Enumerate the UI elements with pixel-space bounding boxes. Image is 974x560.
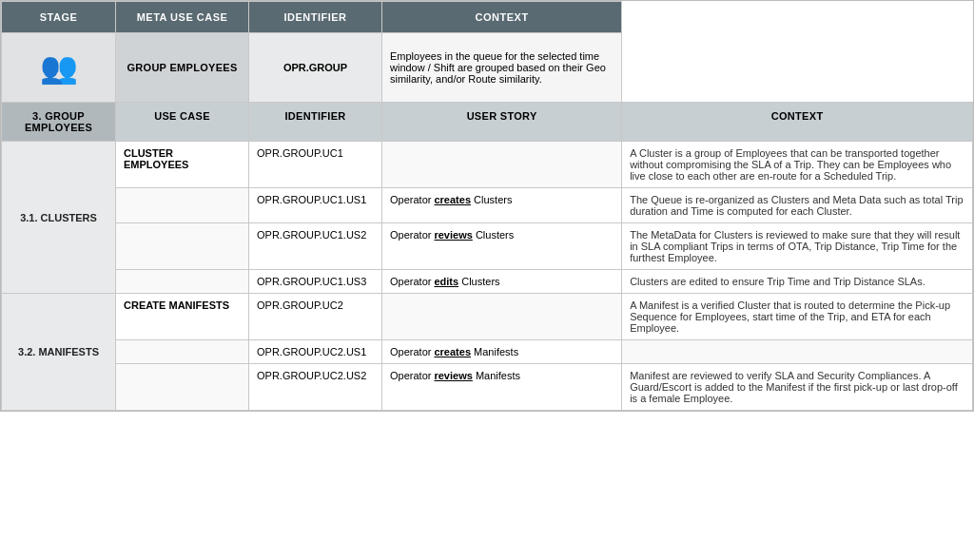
clusters-stage: 3.1. CLUSTERS <box>2 142 116 294</box>
clusters-row2-story-bold: reviews <box>434 229 472 241</box>
manifests-row2-userstory: Operator reviews Manifests <box>382 364 622 411</box>
manifests-row1-usecase-empty <box>116 340 249 364</box>
manifests-row2-story-bold: reviews <box>434 370 472 381</box>
people-icon: 👥 <box>40 49 78 86</box>
clusters-row3-identifier: OPR.GROUP.UC1.US3 <box>249 270 382 294</box>
sub-header-stage: 3. GROUPEMPLOYEES <box>2 103 116 142</box>
manifests-stage: 3.2. MANIFESTS <box>2 294 116 411</box>
clusters-row2-usecase-empty <box>116 223 249 270</box>
clusters-row2-story-suffix: Clusters <box>473 229 514 241</box>
clusters-row3-story-prefix: Operator <box>390 276 434 287</box>
manifests-row2-story-prefix: Operator <box>390 370 434 381</box>
clusters-row3-story-suffix: Clusters <box>458 276 499 287</box>
clusters-row1-userstory: Operator creates Clusters <box>382 188 622 223</box>
clusters-usecase-label: CLUSTER EMPLOYEES <box>116 142 249 188</box>
clusters-row1-story-prefix: Operator <box>390 194 434 205</box>
clusters-row2-story-prefix: Operator <box>390 229 434 241</box>
clusters-row-2: OPR.GROUP.UC1.US2 Operator reviews Clust… <box>2 223 973 270</box>
main-header-row: STAGE META USE CASE IDENTIFIER CONTEXT <box>2 2 973 33</box>
manifests-context: A Manifest is a verified Cluster that is… <box>622 294 973 340</box>
manifests-identifier: OPR.GROUP.UC2 <box>249 294 382 340</box>
clusters-row1-story-bold: creates <box>434 194 471 205</box>
manifests-usecase-label: CREATE MANIFESTS <box>116 294 249 340</box>
clusters-row1-context: The Queue is re-organized as Clusters an… <box>622 188 973 223</box>
sub-header-userstory: USER STORY <box>382 103 622 142</box>
people-icon-area: 👥 <box>10 39 107 96</box>
manifests-row1-identifier: OPR.GROUP.UC2.US1 <box>249 340 382 364</box>
clusters-row1-story-suffix: Clusters <box>471 194 512 205</box>
clusters-userstory-empty <box>382 142 622 188</box>
clusters-row-1: OPR.GROUP.UC1.US1 Operator creates Clust… <box>2 188 973 223</box>
manifests-row2-context: Manifest are reviewed to verify SLA and … <box>622 364 973 411</box>
clusters-main-row: 3.1. CLUSTERS CLUSTER EMPLOYEES OPR.GROU… <box>2 142 973 188</box>
meta-context: Employees in the queue for the selected … <box>382 33 622 103</box>
clusters-row2-identifier: OPR.GROUP.UC1.US2 <box>249 223 382 270</box>
meta-identifier: OPR.GROUP <box>249 33 382 103</box>
manifests-row-2: OPR.GROUP.UC2.US2 Operator reviews Manif… <box>2 364 973 411</box>
manifests-userstory-empty <box>382 294 622 340</box>
manifests-main-row: 3.2. MANIFESTS CREATE MANIFESTS OPR.GROU… <box>2 294 973 340</box>
header-identifier: IDENTIFIER <box>249 2 382 33</box>
manifests-row1-userstory: Operator creates Manifests <box>382 340 622 364</box>
clusters-row3-context: Clusters are edited to ensure Trip Time … <box>622 270 973 294</box>
manifests-row2-identifier: OPR.GROUP.UC2.US2 <box>249 364 382 411</box>
manifests-row-1: OPR.GROUP.UC2.US1 Operator creates Manif… <box>2 340 973 364</box>
clusters-identifier: OPR.GROUP.UC1 <box>249 142 382 188</box>
sub-header-row: 3. GROUPEMPLOYEES USE CASE IDENTIFIER US… <box>2 103 973 142</box>
manifests-row1-story-suffix: Manifests <box>471 346 518 357</box>
icon-cell: 👥 <box>2 33 116 103</box>
clusters-row3-story-bold: edits <box>434 276 458 287</box>
sub-header-context: CONTEXT <box>622 103 973 142</box>
clusters-row2-userstory: Operator reviews Clusters <box>382 223 622 270</box>
manifests-row2-story-suffix: Manifests <box>473 370 520 381</box>
clusters-context: A Cluster is a group of Employees that c… <box>622 142 973 188</box>
manifests-row1-story-prefix: Operator <box>390 346 434 357</box>
manifests-row2-usecase-empty <box>116 364 249 411</box>
sub-header-usecase: USE CASE <box>116 103 249 142</box>
header-meta: META USE CASE <box>116 2 249 33</box>
clusters-row3-userstory: Operator edits Clusters <box>382 270 622 294</box>
main-table-wrapper: STAGE META USE CASE IDENTIFIER CONTEXT 👥… <box>0 0 974 412</box>
header-stage: STAGE <box>2 2 116 33</box>
sub-header-identifier: IDENTIFIER <box>249 103 382 142</box>
meta-use-case-row: 👥 GROUP EMPLOYEES OPR.GROUP Employees in… <box>2 33 973 103</box>
clusters-row-3: OPR.GROUP.UC1.US3 Operator edits Cluster… <box>2 270 973 294</box>
manifests-row1-context <box>622 340 973 364</box>
clusters-row1-identifier: OPR.GROUP.UC1.US1 <box>249 188 382 223</box>
header-context: CONTEXT <box>382 2 622 33</box>
clusters-row1-usecase-empty <box>116 188 249 223</box>
clusters-row3-usecase-empty <box>116 270 249 294</box>
meta-group-label: GROUP EMPLOYEES <box>116 33 249 103</box>
clusters-row2-context: The MetaData for Clusters is reviewed to… <box>622 223 973 270</box>
manifests-row1-story-bold: creates <box>434 346 471 357</box>
